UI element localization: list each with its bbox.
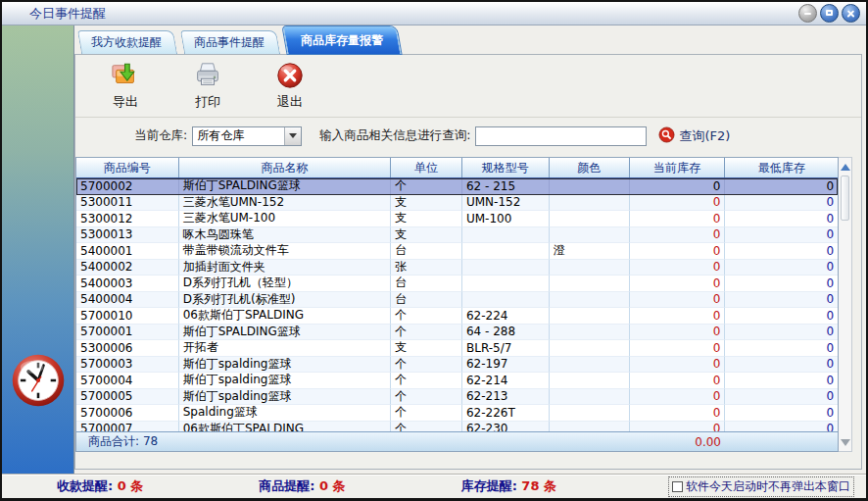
- table-cell: [462, 292, 550, 309]
- payment-reminder-status: 收款提醒: 0 条: [57, 477, 143, 495]
- print-button[interactable]: 打印: [179, 61, 236, 111]
- table-cell: 0: [630, 195, 726, 212]
- table-row[interactable]: 5400001带盖带锁流动文件车台澄00: [76, 243, 838, 260]
- table-row[interactable]: 5700003斯伯丁spalding篮球个62-19700: [76, 357, 838, 374]
- tab-product-event[interactable]: 商品事件提醒: [182, 30, 278, 54]
- table-cell: 5700010: [76, 308, 179, 325]
- export-button[interactable]: 导出: [97, 61, 154, 111]
- table-cell: 个: [391, 178, 462, 195]
- table-body: 5700002斯伯丁SPALDING篮球个62 - 215005300011三菱…: [76, 178, 838, 431]
- warehouse-label: 当前仓库:: [134, 127, 187, 144]
- search-label: 输入商品相关信息进行查询:: [319, 127, 470, 144]
- table-cell: 5400003: [76, 276, 179, 292]
- scroll-down-button[interactable]: [839, 435, 851, 449]
- table-cell: 0: [630, 276, 726, 292]
- status-value: 0 条: [319, 478, 346, 493]
- table-cell: 5700006: [76, 405, 179, 422]
- table-cell: [550, 195, 630, 212]
- table-cell: 0: [725, 195, 838, 212]
- table-cell: 0: [630, 340, 726, 357]
- table-row[interactable]: 570000706款斯伯丁SPALDING个62-23000: [76, 422, 838, 432]
- table-cell: [550, 422, 630, 432]
- status-value: 78 条: [521, 478, 556, 493]
- tab-inventory-alert[interactable]: 商品库存量报警: [285, 26, 399, 54]
- table-cell: [550, 308, 630, 325]
- table-cell: 三菱水笔UMN-152: [179, 195, 391, 212]
- table-cell: 啄木鸟圆珠笔: [179, 227, 391, 244]
- table-row[interactable]: 5300011三菱水笔UMN-152支UMN-15200: [76, 195, 838, 212]
- table-cell: 0: [630, 211, 726, 227]
- scroll-thumb[interactable]: [841, 175, 849, 221]
- inventory-reminder-status: 库存提醒: 78 条: [461, 477, 556, 495]
- query-button[interactable]: 查询(F2): [658, 126, 730, 146]
- table-cell: 0: [725, 227, 838, 244]
- table-cell: 06款斯伯丁SPALDING: [179, 422, 391, 432]
- table-cell: [462, 227, 550, 244]
- table-row[interactable]: 5700002斯伯丁SPALDING篮球个62 - 21500: [76, 178, 838, 195]
- status-label: 商品提醒:: [259, 478, 319, 493]
- table-cell: 62-197: [462, 357, 550, 374]
- filter-bar: 当前仓库: 所有仓库 输入商品相关信息进行查询:: [75, 118, 861, 154]
- printer-icon: [193, 61, 222, 93]
- table-cell: 三菱水笔UM-100: [179, 211, 391, 227]
- column-header-4[interactable]: 颜色: [550, 158, 630, 177]
- table-cell: 62-230: [462, 422, 550, 432]
- dropdown-arrow-button[interactable]: [284, 127, 301, 145]
- maximize-button[interactable]: [820, 4, 839, 23]
- table-cell: D系列打孔机(标准型): [179, 292, 391, 309]
- table-cell: 0: [630, 389, 726, 406]
- table-cell: 62-226T: [462, 405, 550, 422]
- table-row[interactable]: 5700005斯伯丁spalding篮球个62-21300: [76, 389, 838, 406]
- table-cell: 澄: [550, 243, 630, 260]
- exit-button[interactable]: 退出: [262, 61, 318, 111]
- warehouse-select[interactable]: 所有仓库: [192, 126, 302, 146]
- column-header-0[interactable]: 商品编号: [76, 158, 179, 177]
- status-items: 收款提醒: 0 条商品提醒: 0 条库存提醒: 78 条: [2, 477, 556, 495]
- table-cell: 0: [630, 308, 726, 325]
- table-row[interactable]: 570001006款斯伯丁SPALDING个62-22400: [76, 308, 838, 325]
- data-grid: 商品编号商品名称单位规格型号颜色当前库存最低库存 5700002斯伯丁SPALD…: [75, 157, 839, 452]
- table-cell: [550, 325, 630, 341]
- table-cell: [550, 211, 630, 227]
- search-input[interactable]: [475, 126, 647, 146]
- tab-payment-reminder[interactable]: 我方收款提醒: [79, 30, 175, 54]
- column-header-2[interactable]: 单位: [391, 158, 462, 177]
- column-header-3[interactable]: 规格型号: [462, 158, 550, 177]
- minimize-button[interactable]: [798, 4, 817, 23]
- table-cell: 个: [391, 308, 462, 325]
- scroll-up-button[interactable]: [839, 160, 851, 174]
- table-cell: 5700002: [76, 178, 179, 195]
- table-row[interactable]: 5700006Spalding篮球个62-226T00: [76, 405, 838, 422]
- table-row[interactable]: 5300006开拓者支BLR-5/700: [76, 340, 838, 357]
- close-button[interactable]: [842, 4, 860, 23]
- table-cell: 5300006: [76, 340, 179, 357]
- column-header-5[interactable]: 当前库存: [630, 158, 726, 177]
- table-cell: 0: [630, 357, 726, 374]
- table-cell: 5400001: [76, 243, 179, 260]
- table-cell: [550, 292, 630, 309]
- column-header-6[interactable]: 最低库存: [725, 158, 838, 177]
- startup-checkbox[interactable]: 软件今天启动时不再弹出本窗口: [668, 476, 854, 497]
- warehouse-value: 所有仓库: [193, 127, 284, 144]
- table-cell: 5400002: [76, 260, 179, 276]
- vertical-scrollbar[interactable]: [839, 157, 852, 452]
- table-cell: 0: [630, 178, 726, 195]
- table-cell: [550, 389, 630, 406]
- table-row[interactable]: 5700004斯伯丁spalding篮球个62-21400: [76, 373, 838, 389]
- table-row[interactable]: 5400003D系列打孔机（轻型）台00: [76, 276, 838, 292]
- table-cell: 62-213: [462, 389, 550, 406]
- table-cell: 支: [391, 227, 462, 244]
- table-cell: 支: [391, 211, 462, 227]
- table-row[interactable]: 5400004D系列打孔机(标准型)台00: [76, 292, 838, 309]
- table-cell: 个: [391, 422, 462, 432]
- table-cell: 0: [725, 211, 838, 227]
- table-cell: 5700005: [76, 389, 179, 406]
- table-row[interactable]: 5400002加插封面文件夹张00: [76, 260, 838, 276]
- table-row[interactable]: 5300013啄木鸟圆珠笔支00: [76, 227, 838, 244]
- column-header-1[interactable]: 商品名称: [179, 158, 391, 177]
- checkbox-box[interactable]: [672, 481, 683, 492]
- product-reminder-status: 商品提醒: 0 条: [259, 477, 345, 495]
- table-cell: 台: [391, 276, 462, 292]
- table-row[interactable]: 5300012三菱水笔UM-100支UM-10000: [76, 211, 838, 227]
- table-row[interactable]: 5700001斯伯丁SPALDING篮球个64 - 28800: [76, 325, 838, 341]
